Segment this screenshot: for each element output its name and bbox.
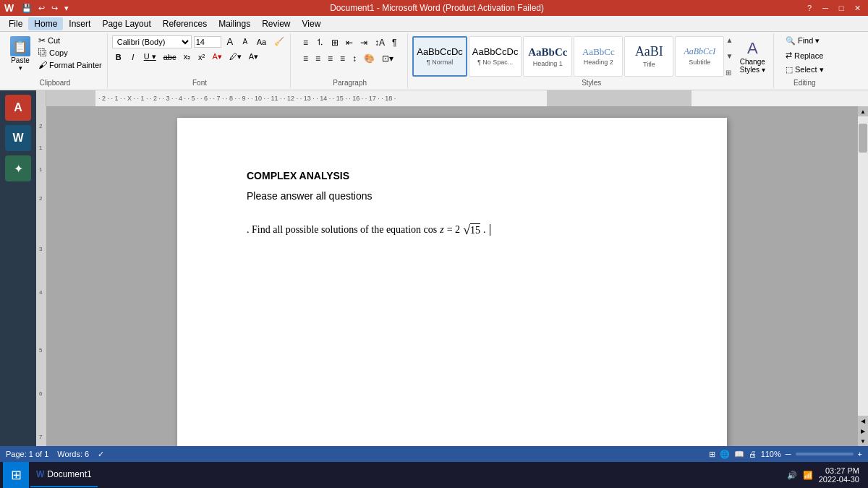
start-button[interactable]: ⊞ xyxy=(3,462,29,488)
sidebar-extra-btn[interactable]: ✦ xyxy=(5,155,31,181)
align-right-btn[interactable]: ≡ xyxy=(325,52,336,65)
acrobat-icon: A xyxy=(14,101,22,114)
styles-scroll-up[interactable]: ▲ xyxy=(726,36,733,44)
menu-insert[interactable]: Insert xyxy=(63,17,96,30)
qa-dropdown-btn[interactable]: ▾ xyxy=(62,3,71,14)
style-subtitle[interactable]: AaBbCcI Subtitle xyxy=(675,36,724,77)
bold-btn[interactable]: B xyxy=(112,51,125,63)
multilevel-btn[interactable]: ⊞ xyxy=(328,36,341,49)
menu-references[interactable]: References xyxy=(157,17,213,30)
style-title[interactable]: AaBI Title xyxy=(624,36,673,77)
styles-scroll-down[interactable]: ▼ xyxy=(726,52,733,60)
scroll-prev-page-btn[interactable]: ◀ xyxy=(858,416,868,426)
view-print-btn[interactable]: 🖨 xyxy=(749,450,757,458)
view-normal-btn[interactable]: ⊞ xyxy=(709,450,715,459)
italic-btn[interactable]: I xyxy=(127,51,140,63)
line-spacing-btn[interactable]: ↕ xyxy=(349,52,359,65)
font-case-btn[interactable]: Aa xyxy=(254,36,269,48)
superscript-btn[interactable]: x² xyxy=(195,51,208,63)
menu-file[interactable]: File xyxy=(3,17,28,30)
document-wrapper[interactable]: COMPLEX ANALYSIS Please answer all quest… xyxy=(46,106,858,446)
document-page[interactable]: COMPLEX ANALYSIS Please answer all quest… xyxy=(177,118,727,446)
scroll-next-page-btn[interactable]: ▶ xyxy=(858,426,868,436)
copy-button[interactable]: ⿻ Copy xyxy=(36,47,104,59)
style-normal[interactable]: AaBbCcDc ¶ Normal xyxy=(412,36,467,77)
format-painter-button[interactable]: 🖌 Format Painter xyxy=(36,59,104,71)
copy-label: Copy xyxy=(49,48,68,57)
sidebar-acrobat-btn[interactable]: A xyxy=(5,95,31,121)
scroll-up-btn[interactable]: ▲ xyxy=(858,106,868,116)
words-info: Words: 6 xyxy=(57,450,89,459)
font-size-input[interactable] xyxy=(194,36,221,48)
horizontal-ruler: · 2 · · 1 · · X · · 1 · · 2 · · 3 · · 4 … xyxy=(36,90,868,106)
minimize-btn[interactable]: ─ xyxy=(819,4,832,12)
style-heading2[interactable]: AaBbCc Heading 2 xyxy=(574,36,623,77)
equation-var: z xyxy=(440,224,443,236)
taskbar-word-item[interactable]: W Document1 xyxy=(30,463,98,487)
decrease-indent-btn[interactable]: ⇤ xyxy=(343,36,356,49)
highlight-btn[interactable]: 🖊▾ xyxy=(226,51,244,63)
font-name-select[interactable]: Calibri (Body) xyxy=(112,35,192,48)
numbering-btn[interactable]: ⒈ xyxy=(312,35,327,50)
menu-home[interactable]: Home xyxy=(28,17,63,30)
ruler-marks: · 2 · · 1 · · X · · 1 · · 2 · · 3 · · 4 … xyxy=(46,90,868,106)
paste-dropdown-icon[interactable]: ▾ xyxy=(19,64,22,72)
svg-rect-1 xyxy=(46,90,95,106)
grow-font-btn[interactable]: A xyxy=(224,35,237,48)
style-normal-name: ¶ Normal xyxy=(427,59,453,66)
view-web-btn[interactable]: 🌐 xyxy=(720,450,730,459)
show-marks-btn[interactable]: ¶ xyxy=(389,36,399,49)
doc-area[interactable]: · 2 · · 1 · · X · · 1 · · 2 · · 3 · · 4 … xyxy=(36,90,868,446)
sort-btn[interactable]: ↕A xyxy=(372,36,388,49)
clear-format-btn[interactable]: 🧹 xyxy=(271,35,287,48)
volume-icon[interactable]: 🔊 xyxy=(787,471,797,480)
menu-mailings[interactable]: Mailings xyxy=(213,17,256,30)
scroll-track[interactable] xyxy=(858,116,868,416)
menu-page-layout[interactable]: Page Layout xyxy=(96,17,156,30)
change-styles-button[interactable]: A ChangeStyles ▾ xyxy=(734,38,770,75)
format-painter-label: Format Painter xyxy=(49,61,102,69)
sqrt-symbol: √ xyxy=(463,223,470,236)
menu-review[interactable]: Review xyxy=(256,17,296,30)
bullets-btn[interactable]: ≡ xyxy=(300,36,311,49)
subscript-btn[interactable]: x₂ xyxy=(181,51,194,63)
styles-scroll: ▲ ▼ ⊞ xyxy=(726,36,733,77)
view-read-btn[interactable]: 📖 xyxy=(734,450,744,459)
underline-btn[interactable]: U ▾ xyxy=(141,51,159,63)
zoom-slider[interactable] xyxy=(796,453,854,455)
close-btn[interactable]: ✕ xyxy=(851,4,864,13)
zoom-plus-btn[interactable]: + xyxy=(858,450,862,458)
justify-btn[interactable]: ≡ xyxy=(337,52,348,65)
restore-btn[interactable]: □ xyxy=(835,4,848,12)
borders-btn[interactable]: ⊡▾ xyxy=(379,52,396,65)
save-quick-btn[interactable]: 💾 xyxy=(20,3,34,14)
align-center-btn[interactable]: ≡ xyxy=(312,52,323,65)
strikethrough-btn[interactable]: abc xyxy=(161,51,179,63)
cut-button[interactable]: ✂ Cut xyxy=(36,35,104,46)
undo-quick-btn[interactable]: ↩ xyxy=(36,3,47,14)
style-no-spacing-name: ¶ No Spac... xyxy=(477,59,513,66)
menu-view[interactable]: View xyxy=(297,17,327,30)
align-left-btn[interactable]: ≡ xyxy=(300,52,311,65)
main-area: A W ✦ · 2 · · 1 · · X · · 1 · · 2 · · 3 … xyxy=(0,90,868,446)
help-btn[interactable]: ? xyxy=(803,4,816,12)
style-no-spacing[interactable]: AaBbCcDc ¶ No Spac... xyxy=(469,36,522,77)
shrink-font-btn[interactable]: A xyxy=(239,36,252,47)
scroll-down-btn[interactable]: ▼ xyxy=(858,436,868,446)
zoom-minus-btn[interactable]: ─ xyxy=(786,450,791,458)
font-color-btn[interactable]: A▾ xyxy=(246,51,261,63)
find-button[interactable]: 🔍 Find ▾ xyxy=(783,35,827,47)
replace-button[interactable]: ⇄ Replace xyxy=(783,49,827,61)
shading-btn[interactable]: 🎨 xyxy=(361,52,378,65)
styles-more[interactable]: ⊞ xyxy=(726,69,733,77)
equation-eq: = 2 xyxy=(447,224,460,236)
style-heading1[interactable]: AaBbCc Heading 1 xyxy=(523,36,572,77)
text-color-btn[interactable]: A▾ xyxy=(210,51,225,63)
sidebar-word-btn[interactable]: W xyxy=(5,125,31,151)
increase-indent-btn[interactable]: ⇥ xyxy=(357,36,370,49)
redo-quick-btn[interactable]: ↪ xyxy=(49,3,60,14)
scroll-thumb[interactable] xyxy=(859,124,867,153)
select-button[interactable]: ⬚ Select ▾ xyxy=(783,64,827,76)
clipboard-label: Clipboard xyxy=(39,77,70,87)
paste-button[interactable]: 📋 Paste ▾ xyxy=(6,35,35,73)
